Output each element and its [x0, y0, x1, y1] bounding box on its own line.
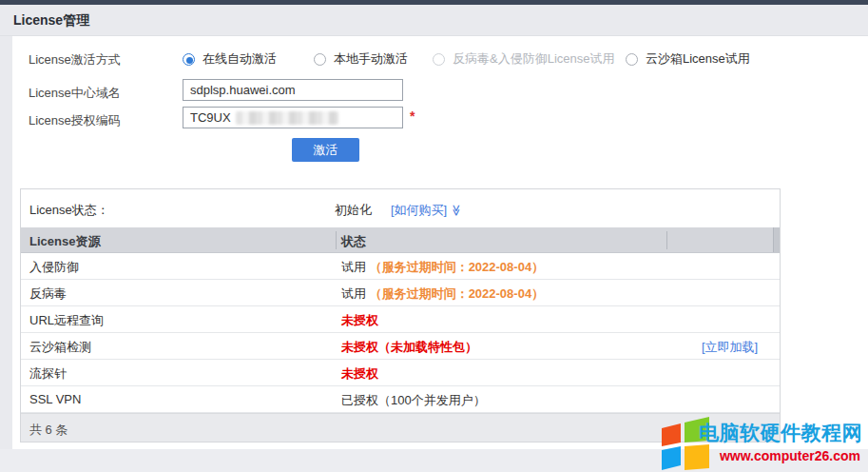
radio-icon	[626, 53, 638, 66]
radio-option-2[interactable]: 本地手动激活	[314, 50, 408, 68]
radio-selected-icon	[183, 53, 195, 66]
status-cell: 试用 （服务过期时间：2022-08-04）	[341, 259, 544, 276]
status-text: （服务过期时间：2022-08-04）	[370, 260, 545, 274]
header-status: 状态	[341, 233, 366, 250]
radio-label: 反病毒&入侵防御License试用	[453, 50, 614, 68]
table-row: 入侵防御试用 （服务过期时间：2022-08-04）	[21, 253, 780, 280]
table-row: 云沙箱检测未授权（未加载特性包）[立即加载]	[21, 333, 780, 360]
resource-cell: URL远程查询	[29, 312, 104, 329]
radio-icon	[314, 53, 326, 66]
page-title: License管理	[13, 12, 89, 30]
radio-option-3: 反病毒&入侵防御License试用	[433, 50, 614, 68]
license-status-row: License状态： 初始化 [如何购买]≫	[21, 189, 780, 227]
radio-label: 本地手动激活	[334, 50, 408, 68]
status-text: 未授权	[341, 313, 378, 327]
activation-method-label: License激活方式	[29, 51, 121, 69]
resource-cell: 反病毒	[29, 285, 67, 303]
table-body: 入侵防御试用 （服务过期时间：2022-08-04）反病毒试用 （服务过期时间：…	[21, 253, 780, 413]
how-to-buy-link[interactable]: [如何购买]≫	[391, 202, 463, 219]
license-code-blur-mask	[236, 111, 338, 125]
status-cell: 未授权	[341, 365, 378, 383]
watermark: 电脑软硬件教程网 www.computer26.com	[654, 414, 868, 472]
resource-cell: 入侵防御	[29, 259, 79, 276]
table-row: 反病毒试用 （服务过期时间：2022-08-04）	[21, 280, 780, 306]
watermark-site-url: www.computer26.com	[720, 448, 860, 463]
resource-cell: 流探针	[29, 365, 67, 383]
status-cell: 未授权（未加载特性包）	[341, 339, 477, 356]
table-row: URL远程查询未授权	[21, 306, 780, 333]
header-license-resource: License资源	[29, 233, 100, 250]
status-text: 已授权（100个并发用户）	[341, 393, 486, 407]
status-text: 未授权	[341, 366, 378, 381]
resource-cell: 云沙箱检测	[29, 339, 91, 356]
license-code-label: License授权编码	[29, 112, 121, 129]
left-gutter	[0, 36, 12, 449]
radio-label: 云沙箱License试用	[646, 50, 750, 68]
status-text: （服务过期时间：2022-08-04）	[370, 286, 545, 301]
license-center-domain-label: License中心域名	[29, 85, 121, 102]
table-row: SSL VPN已授权（100个并发用户）	[21, 386, 780, 413]
header-scrollbar-stub	[773, 227, 780, 252]
radio-icon	[433, 53, 445, 66]
table-row: 流探针未授权	[21, 360, 780, 386]
status-cell: 未授权	[341, 312, 378, 329]
header-divider	[336, 231, 337, 249]
double-chevron-down-icon[interactable]: ≫	[451, 205, 464, 217]
watermark-site-name: 电脑软硬件教程网	[699, 420, 862, 446]
required-asterisk: *	[410, 108, 415, 124]
status-text: 试用	[341, 260, 370, 274]
status-cell: 已授权（100个并发用户）	[341, 392, 486, 409]
license-status-value: 初始化	[335, 202, 372, 219]
status-text: 试用	[341, 286, 370, 301]
radio-label: 在线自动激活	[203, 50, 277, 68]
status-cell: 试用 （服务过期时间：2022-08-04）	[341, 285, 544, 303]
radio-option-1[interactable]: 在线自动激活	[183, 50, 277, 68]
activate-button[interactable]: 激活	[292, 138, 359, 162]
table-header: License资源 状态	[21, 227, 780, 253]
status-text: 未授权（未加载特性包）	[341, 340, 477, 354]
license-status-label: License状态：	[29, 202, 109, 219]
license-status-panel: License状态： 初始化 [如何购买]≫ License资源 状态 入侵防御…	[20, 188, 781, 442]
license-code-input[interactable]: TC9UX	[183, 107, 403, 128]
total-count-text: 共 6 条	[29, 422, 68, 439]
load-now-link[interactable]: [立即加载]	[702, 339, 758, 356]
resource-cell: SSL VPN	[29, 392, 81, 406]
page-header	[0, 5, 868, 36]
header-divider	[666, 231, 667, 249]
license-center-domain-input[interactable]	[183, 79, 403, 101]
radio-option-4[interactable]: 云沙箱License试用	[626, 50, 750, 68]
license-code-visible-text: TC9UX	[190, 110, 231, 125]
